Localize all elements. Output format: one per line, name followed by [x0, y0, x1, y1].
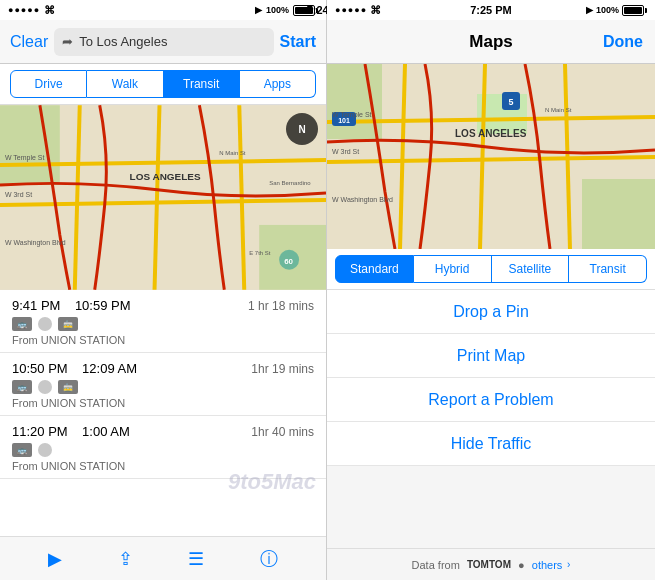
dot-icon-2: [38, 380, 52, 394]
svg-text:LOS ANGELES: LOS ANGELES: [130, 171, 201, 182]
battery-icon-right: [622, 5, 647, 16]
footer-brand: TOMTOM: [467, 559, 511, 570]
map-type-tabs: Standard Hybrid Satellite Transit: [327, 249, 655, 290]
right-panel: ●●●●● ⌘ 7:25 PM ▶ 100% Maps Done: [327, 0, 655, 580]
menu-hide-traffic[interactable]: Hide Traffic: [327, 422, 655, 466]
signal-dots-left: ●●●●●: [8, 5, 40, 15]
menu-print-map[interactable]: Print Map: [327, 334, 655, 378]
icons-row-2: 🚌 🚋: [12, 380, 314, 394]
svg-text:W 3rd St: W 3rd St: [332, 148, 359, 155]
duration-3: 1hr 40 mins: [251, 425, 314, 439]
footer-separator: ●: [518, 559, 525, 571]
svg-text:W 3rd St: W 3rd St: [5, 191, 32, 198]
from-text-1: From UNION STATION: [12, 334, 314, 346]
map-svg-right: 5 101 W Temple St W 3rd St W Washington …: [327, 64, 655, 249]
footer-prefix: Data from: [412, 559, 460, 571]
signal-dots-right: ●●●●●: [335, 5, 367, 15]
location-icon-right: ▶: [586, 5, 593, 15]
svg-text:E 7th St: E 7th St: [249, 250, 271, 256]
svg-text:101: 101: [338, 117, 350, 124]
map-left[interactable]: W Temple St W 3rd St W Washington Blvd L…: [0, 105, 326, 290]
data-footer: Data from TOMTOM ● others ›: [327, 548, 655, 580]
route-input[interactable]: ➦ To Los Angeles: [54, 28, 273, 56]
transit-item-2[interactable]: 10:50 PM 12:09 AM 1hr 19 mins 🚌 🚋 From U…: [0, 353, 326, 416]
rail-icon-2: 🚋: [58, 380, 78, 394]
compass: N: [286, 113, 318, 145]
nav-bar-right: Maps Done: [327, 20, 655, 64]
transit-list[interactable]: 9:41 PM 10:59 PM 1 hr 18 mins 🚌 🚋 From U…: [0, 290, 326, 536]
left-status-icons: ●●●●● ⌘: [8, 4, 55, 17]
menu-list: Drop a Pin Print Map Report a Problem Hi…: [327, 290, 655, 548]
info-bottom-icon[interactable]: ⓘ: [260, 547, 278, 571]
watermark-container: 9to5Mac: [0, 479, 326, 509]
icons-row-3: 🚌: [12, 443, 314, 457]
battery-label-left: 100%: [266, 5, 289, 15]
svg-rect-19: [582, 179, 655, 249]
dot-icon-1: [38, 317, 52, 331]
icons-row-1: 🚌 🚋: [12, 317, 314, 331]
svg-text:W Temple St: W Temple St: [5, 154, 44, 162]
svg-text:LOS ANGELES: LOS ANGELES: [455, 128, 527, 139]
location-bottom-icon[interactable]: ▶: [48, 548, 62, 570]
bus-icon-1: 🚌: [12, 317, 32, 331]
tab-transit[interactable]: Transit: [164, 70, 240, 98]
from-text-2: From UNION STATION: [12, 397, 314, 409]
location-icon-left: ▶: [255, 5, 262, 15]
svg-rect-18: [327, 64, 382, 139]
svg-text:5: 5: [508, 97, 513, 107]
map-svg-left: W Temple St W 3rd St W Washington Blvd L…: [0, 105, 326, 290]
duration-1: 1 hr 18 mins: [248, 299, 314, 313]
footer-chevron: ›: [564, 559, 570, 570]
duration-2: 1hr 19 mins: [251, 362, 314, 376]
share-bottom-icon[interactable]: ⇪: [118, 548, 133, 570]
tab-walk[interactable]: Walk: [87, 70, 163, 98]
svg-text:60: 60: [284, 257, 293, 266]
depart-arrive-1: 9:41 PM 10:59 PM: [12, 298, 131, 313]
transit-item-3[interactable]: 11:20 PM 1:00 AM 1hr 40 mins 🚌 From UNIO…: [0, 416, 326, 479]
tab-hybrid[interactable]: Hybrid: [414, 255, 492, 283]
clear-button[interactable]: Clear: [10, 33, 48, 51]
svg-text:N Main St: N Main St: [545, 107, 572, 113]
maps-title: Maps: [469, 32, 512, 52]
left-panel: ●●●●● ⌘ 7:24 PM ▶ 100% Clear ➦ To Los An…: [0, 0, 327, 580]
time-right: 7:25 PM: [470, 4, 512, 16]
rail-icon-1: 🚋: [58, 317, 78, 331]
list-bottom-icon[interactable]: ☰: [188, 548, 204, 570]
menu-drop-pin[interactable]: Drop a Pin: [327, 290, 655, 334]
map-right[interactable]: 5 101 W Temple St W 3rd St W Washington …: [327, 64, 655, 249]
destination-text: To Los Angeles: [79, 34, 167, 49]
transit-item-1[interactable]: 9:41 PM 10:59 PM 1 hr 18 mins 🚌 🚋 From U…: [0, 290, 326, 353]
status-bar-right: ●●●●● ⌘ 7:25 PM ▶ 100%: [327, 0, 655, 20]
right-status-icons-right: ▶ 100%: [586, 5, 647, 16]
tab-apps[interactable]: Apps: [240, 70, 316, 98]
nav-bar-left: Clear ➦ To Los Angeles Start: [0, 20, 326, 64]
depart-arrive-3: 11:20 PM 1:00 AM: [12, 424, 130, 439]
start-button[interactable]: Start: [280, 33, 316, 51]
left-status-icons-right: ●●●●● ⌘: [335, 4, 381, 17]
svg-text:N Main St: N Main St: [219, 150, 246, 156]
battery-label-right: 100%: [596, 5, 619, 15]
bus-icon-3: 🚌: [12, 443, 32, 457]
bottom-bar-left: ▶ ⇪ ☰ ⓘ: [0, 536, 326, 580]
dot-icon-3: [38, 443, 52, 457]
wifi-icon-right: ⌘: [370, 4, 381, 17]
transport-tabs: Drive Walk Transit Apps: [0, 64, 326, 105]
depart-arrive-2: 10:50 PM 12:09 AM: [12, 361, 137, 376]
menu-report-problem[interactable]: Report a Problem: [327, 378, 655, 422]
tab-transit-right[interactable]: Transit: [569, 255, 647, 283]
status-bar-left: ●●●●● ⌘ 7:24 PM ▶ 100%: [0, 0, 326, 20]
tab-drive[interactable]: Drive: [10, 70, 87, 98]
svg-text:San Bernardino: San Bernardino: [269, 180, 311, 186]
tab-standard[interactable]: Standard: [335, 255, 414, 283]
wifi-icon-left: ⌘: [44, 4, 55, 17]
tab-satellite[interactable]: Satellite: [492, 255, 570, 283]
done-button[interactable]: Done: [603, 33, 643, 51]
route-arrow-icon: ➦: [62, 34, 73, 49]
svg-text:W Temple St: W Temple St: [332, 111, 372, 119]
footer-others[interactable]: others: [532, 559, 563, 571]
bus-icon-2: 🚌: [12, 380, 32, 394]
from-text-3: From UNION STATION: [12, 460, 314, 472]
svg-text:W Washington Blvd: W Washington Blvd: [5, 239, 66, 247]
svg-text:W Washington Blvd: W Washington Blvd: [332, 196, 393, 204]
